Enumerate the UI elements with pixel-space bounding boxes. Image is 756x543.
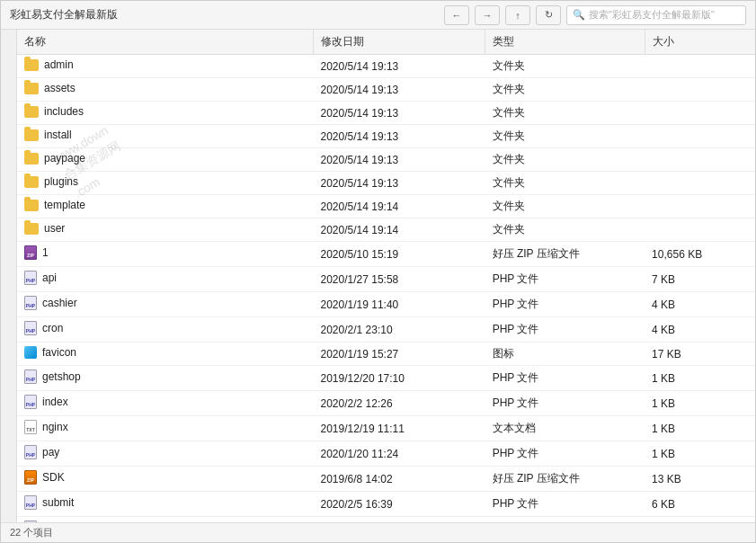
file-date-cell: 2020/2/5 16:38: [314, 517, 485, 523]
file-type-cell: 文件夹: [485, 148, 645, 172]
table-header-row: 名称 修改日期 类型 大小: [17, 30, 755, 55]
file-size-cell: 1 KB: [645, 366, 755, 391]
table-row[interactable]: includes2020/5/14 19:13文件夹: [17, 102, 755, 125]
file-name-cell: cron: [17, 317, 314, 343]
folder-icon: [24, 153, 39, 165]
file-size-cell: 7 KB: [645, 267, 755, 292]
search-placeholder: 搜索"彩虹易支付全解最新版": [589, 8, 715, 22]
zip-icon: [24, 245, 37, 260]
php-icon: [24, 321, 37, 335]
file-type-cell: 文件夹: [485, 195, 645, 218]
file-size-cell: 10,656 KB: [645, 242, 755, 267]
file-type-cell: 文本文档: [485, 416, 645, 441]
file-type-cell: PHP 文件: [485, 366, 645, 391]
file-name-cell: pay: [17, 441, 314, 467]
file-name-label: getshop: [42, 370, 81, 383]
file-type-cell: 文件夹: [485, 172, 645, 195]
file-size-cell: [645, 125, 755, 148]
file-name-label: favicon: [42, 346, 76, 359]
table-row[interactable]: assets2020/5/14 19:13文件夹: [17, 78, 755, 102]
table-row[interactable]: 12020/5/10 15:19好压 ZIP 压缩文件10,656 KB: [17, 242, 755, 267]
file-size-cell: [645, 78, 755, 102]
file-size-cell: [645, 172, 755, 195]
sdk-zip-icon: [24, 470, 37, 485]
file-name-cell: api: [17, 267, 314, 292]
table-row[interactable]: SDK2019/6/8 14:02好压 ZIP 压缩文件13 KB: [17, 467, 755, 492]
folder-icon: [24, 176, 39, 188]
table-row[interactable]: submit2020/2/5 16:39PHP 文件6 KB: [17, 492, 755, 517]
php-icon: [24, 521, 37, 522]
forward-button[interactable]: →: [475, 5, 500, 25]
file-date-cell: 2020/1/19 11:40: [314, 292, 485, 317]
back-button[interactable]: ←: [444, 5, 469, 25]
file-name-label: submit2: [42, 521, 80, 522]
col-header-size[interactable]: 大小: [645, 30, 755, 55]
col-header-date[interactable]: 修改日期: [314, 30, 485, 55]
folder-icon: [24, 59, 39, 71]
php-icon: [24, 495, 37, 510]
table-row[interactable]: cron2020/2/1 23:10PHP 文件4 KB: [17, 317, 755, 343]
file-date-cell: 2020/5/10 15:19: [314, 242, 485, 267]
table-row[interactable]: plugins2020/5/14 19:13文件夹: [17, 172, 755, 195]
file-name-cell: template: [17, 195, 314, 218]
title-bar: 彩虹易支付全解最新版 ← → ↑ ↻ 🔍 搜索"彩虹易支付全解最新版": [1, 1, 755, 30]
file-table: 名称 修改日期 类型 大小 admin2020/5/14 19:13文件夹ass…: [17, 30, 755, 522]
file-name-cell: 1: [17, 242, 314, 267]
file-type-cell: 好压 ZIP 压缩文件: [485, 242, 645, 267]
php-icon: [24, 271, 37, 285]
file-name-label: assets: [44, 82, 76, 94]
table-row[interactable]: user2020/5/14 19:14文件夹: [17, 218, 755, 242]
file-type-cell: 好压 ZIP 压缩文件: [485, 467, 645, 492]
file-date-cell: 2020/5/14 19:13: [314, 78, 485, 102]
window-title: 彩虹易支付全解最新版: [10, 7, 437, 22]
file-type-cell: PHP 文件: [485, 267, 645, 292]
col-header-name[interactable]: 名称: [17, 30, 314, 55]
refresh-button[interactable]: ↻: [536, 5, 561, 25]
file-type-cell: 图标: [485, 343, 645, 366]
table-row[interactable]: nginx2019/12/19 11:11文本文档1 KB: [17, 416, 755, 441]
file-name-label: paypage: [44, 152, 85, 165]
file-size-cell: 1 KB: [645, 441, 755, 467]
up-button[interactable]: ↑: [505, 5, 530, 25]
table-row[interactable]: cashier2020/1/19 11:40PHP 文件4 KB: [17, 292, 755, 317]
file-size-cell: 17 KB: [645, 343, 755, 366]
file-size-cell: 13 KB: [645, 467, 755, 492]
table-row[interactable]: admin2020/5/14 19:13文件夹: [17, 55, 755, 78]
file-size-cell: 1 KB: [645, 391, 755, 416]
file-type-cell: 文件夹: [485, 125, 645, 148]
table-row[interactable]: api2020/1/27 15:58PHP 文件7 KB: [17, 267, 755, 292]
file-date-cell: 2020/1/27 15:58: [314, 267, 485, 292]
file-date-cell: 2020/2/2 12:26: [314, 391, 485, 416]
file-size-cell: 4 KB: [645, 292, 755, 317]
file-date-cell: 2020/1/19 15:27: [314, 343, 485, 366]
file-name-cell: assets: [17, 78, 314, 102]
file-size-cell: [645, 55, 755, 78]
file-name-label: api: [42, 272, 57, 284]
table-row[interactable]: template2020/5/14 19:14文件夹: [17, 195, 755, 218]
file-type-cell: 文件夹: [485, 78, 645, 102]
table-row[interactable]: submit22020/2/5 16:38PHP 文件3 KB: [17, 517, 755, 523]
sidebar: [1, 30, 17, 522]
php-icon: [24, 395, 37, 409]
main-area: www.down 合集资源网 .com 名称 修改日期 类型 大小 a: [1, 30, 755, 522]
file-date-cell: 2019/6/8 14:02: [314, 467, 485, 492]
file-name-label: user: [44, 222, 65, 235]
file-list-area: 名称 修改日期 类型 大小 admin2020/5/14 19:13文件夹ass…: [17, 30, 755, 522]
php-icon: [24, 369, 37, 384]
folder-icon: [24, 129, 39, 141]
col-header-type[interactable]: 类型: [485, 30, 645, 55]
search-box[interactable]: 🔍 搜索"彩虹易支付全解最新版": [566, 5, 746, 25]
file-type-cell: PHP 文件: [485, 292, 645, 317]
table-row[interactable]: paypage2020/5/14 19:13文件夹: [17, 148, 755, 172]
file-date-cell: 2019/12/20 17:10: [314, 366, 485, 391]
table-row[interactable]: favicon2020/1/19 15:27图标17 KB: [17, 343, 755, 366]
table-row[interactable]: pay2020/1/20 11:24PHP 文件1 KB: [17, 441, 755, 467]
file-name-label: pay: [42, 446, 59, 458]
php-icon: [24, 296, 37, 310]
table-row[interactable]: index2020/2/2 12:26PHP 文件1 KB: [17, 391, 755, 416]
file-name-label: includes: [44, 105, 84, 118]
file-name-cell: cashier: [17, 292, 314, 317]
file-date-cell: 2020/5/14 19:13: [314, 102, 485, 125]
table-row[interactable]: getshop2019/12/20 17:10PHP 文件1 KB: [17, 366, 755, 391]
table-row[interactable]: install2020/5/14 19:13文件夹: [17, 125, 755, 148]
